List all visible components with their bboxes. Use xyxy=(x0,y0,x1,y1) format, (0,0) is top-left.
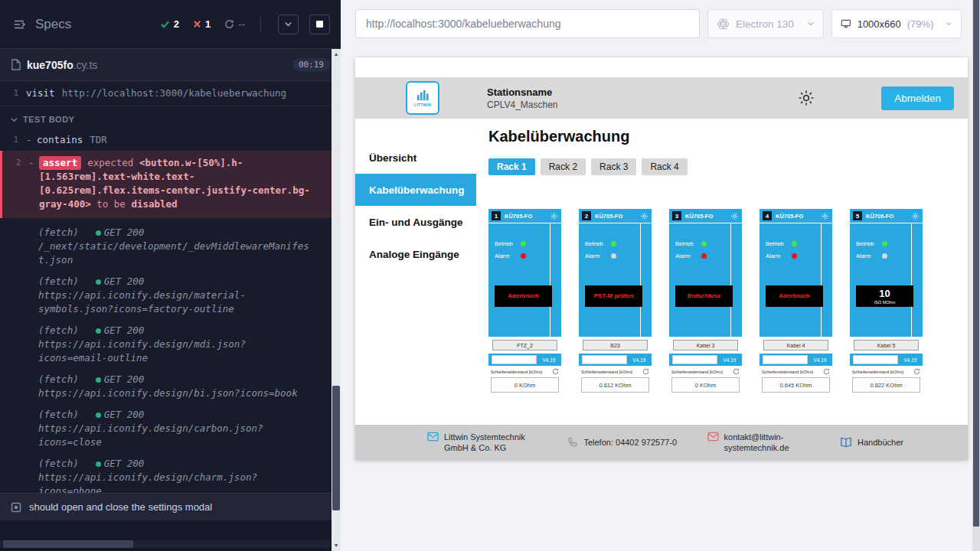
reload-icon[interactable] xyxy=(552,368,559,375)
betrieb-led xyxy=(611,241,616,246)
device-gear-icon[interactable] xyxy=(730,212,739,220)
network-log-entry[interactable]: (fetch)GET 200 https://api.iconify.desig… xyxy=(38,373,309,400)
status-ok-dot xyxy=(96,328,101,334)
tab-rack-2[interactable]: Rack 2 xyxy=(541,158,586,175)
littwin-logo: LITTWIN xyxy=(406,81,439,115)
reload-icon[interactable] xyxy=(642,368,649,375)
status-display: Aderbruch xyxy=(766,285,823,307)
book-icon xyxy=(840,437,852,448)
device-model: KÜ705-FO xyxy=(505,213,532,220)
resistance-value: 0.822 KOhm xyxy=(852,377,920,393)
failed-count: 1 xyxy=(193,18,211,30)
network-log-entry[interactable]: (fetch)GET 200 https://api.iconify.desig… xyxy=(38,408,309,449)
url-input[interactable] xyxy=(355,9,700,38)
cypress-runner-panel: Specs 2 1 -- kue705fo.c xyxy=(0,0,341,551)
viewport-size: 1000x660 xyxy=(858,18,901,30)
device-card: 5KÜ706-FO Betrieb Alarm 10ISO MOhm Kabel… xyxy=(850,209,923,425)
device-gear-icon[interactable] xyxy=(550,212,558,220)
device-gear-icon[interactable] xyxy=(821,212,829,220)
logo-icon xyxy=(416,90,430,102)
test-body-section-header[interactable]: TEST BODY xyxy=(0,106,341,131)
email-icon xyxy=(427,432,439,442)
resistance-value: 0.612 KOhm xyxy=(581,377,649,393)
device-card: 4KÜ705-FO Betrieb Alarm Aderbruch Kabel … xyxy=(760,209,832,425)
vertical-scroll-thumb[interactable] xyxy=(332,386,340,510)
specs-menu-icon[interactable] xyxy=(12,18,26,31)
reload-icon[interactable] xyxy=(823,368,830,375)
status-ok-dot xyxy=(96,412,101,418)
device-gear-icon[interactable] xyxy=(640,212,648,220)
device-card: 3KÜ705-FO Betrieb Alarm Erdschluss Kabel… xyxy=(669,209,742,425)
tab-rack-1[interactable]: Rack 1 xyxy=(488,158,535,175)
reload-icon[interactable] xyxy=(913,368,920,375)
next-test-bar[interactable]: should open and close the settings modal xyxy=(0,493,341,520)
check-icon xyxy=(160,19,170,29)
zoom-level: (79%) xyxy=(907,18,934,30)
reporter-bottom-strip xyxy=(0,520,341,551)
device-number: 4 xyxy=(763,211,772,220)
visit-command-row[interactable]: 1 visit http://localhost:3000/kabelueber… xyxy=(0,84,341,103)
footer-company[interactable]: Littwin Systemtechnik GmbH & Co. KG xyxy=(427,432,537,454)
device-number: 3 xyxy=(672,211,681,220)
sidebar-item-ein-und-ausgaenge[interactable]: Ein- und Ausgänge xyxy=(355,206,476,238)
device-model: KÜ705-FO xyxy=(776,213,803,220)
logout-button[interactable]: Abmelden xyxy=(881,86,954,110)
scroll-up-arrow[interactable]: ▲ xyxy=(332,49,341,60)
sidebar-item-analoge-eingaenge[interactable]: Analoge Eingänge xyxy=(355,238,476,270)
failed-assert-row[interactable]: 2 - assertexpected <button.w-[50%].h-[1.… xyxy=(0,151,341,218)
device-model: KÜ705-FO xyxy=(595,213,622,220)
network-log-entry[interactable]: (fetch)GET 200 /_next/static/development… xyxy=(38,226,309,267)
refresh-icon xyxy=(224,19,234,29)
status-display: Aderbruch xyxy=(495,285,552,307)
app-header: LITTWIN Stationsname CPLV4_Maschen Abmel… xyxy=(355,77,968,119)
cable-name: Kabel 4 xyxy=(763,340,828,350)
stop-icon xyxy=(316,21,323,28)
sidebar-item-uebersicht[interactable]: Übersicht xyxy=(355,142,476,174)
collapse-button[interactable] xyxy=(278,15,299,34)
email-icon xyxy=(707,432,719,442)
settings-gear-icon[interactable] xyxy=(797,89,815,107)
footer-email[interactable]: kontakt@littwin-systemtechnik.de xyxy=(707,432,810,454)
firmware-version: V4.19 xyxy=(537,354,561,366)
network-log-entry[interactable]: (fetch)GET 200 https://api.iconify.desig… xyxy=(38,275,309,316)
left-scrollbar[interactable]: ▲ ▼ xyxy=(332,49,341,551)
network-log-entry[interactable]: (fetch)GET 200 https://api.iconify.desig… xyxy=(38,457,309,493)
device-cards: 1KÜ705-FO Betrieb Alarm Aderbruch FTZ_2 … xyxy=(488,209,957,425)
tab-rack-3[interactable]: Rack 3 xyxy=(591,158,636,175)
resistance-value: 0 KOhm xyxy=(491,377,559,393)
viewport-size-selector[interactable]: 1000x660 (79%) xyxy=(831,9,962,38)
contains-command-row[interactable]: 1 - contains TDR xyxy=(0,131,341,149)
footer-manuals[interactable]: Handbücher xyxy=(840,437,903,448)
device-number: 1 xyxy=(492,211,501,220)
cable-field xyxy=(763,355,808,364)
betrieb-led xyxy=(792,241,797,246)
station-label: Stationsname xyxy=(487,86,558,98)
page-scroll-thumb[interactable] xyxy=(973,0,979,527)
sidebar-item-kabelueberwachung[interactable]: Kabelüberwachung xyxy=(355,174,476,206)
spec-file-bar[interactable]: kue705fo.cy.ts 00:19 xyxy=(0,49,341,81)
chevron-down-icon xyxy=(11,116,18,123)
status-ok-dot xyxy=(96,461,101,467)
cable-name: Kabel 5 xyxy=(854,340,919,350)
device-gear-icon[interactable] xyxy=(911,212,920,220)
app-footer: Littwin Systemtechnik GmbH & Co. KG Tele… xyxy=(355,425,968,460)
pending-count: -- xyxy=(224,18,245,30)
chevron-down-icon xyxy=(284,20,292,28)
scroll-down-arrow[interactable]: ▼ xyxy=(332,540,341,551)
cable-field xyxy=(853,355,898,364)
tab-rack-4[interactable]: Rack 4 xyxy=(642,158,687,175)
horizontal-scroll-thumb[interactable] xyxy=(3,540,133,548)
footer-phone[interactable]: Telefon: 04402 972577-0 xyxy=(567,437,677,448)
monitor-icon xyxy=(841,18,851,30)
chevron-down-icon xyxy=(946,20,952,28)
reload-icon[interactable] xyxy=(733,368,740,375)
cable-field xyxy=(672,355,717,364)
stop-button[interactable] xyxy=(309,15,330,34)
network-log-entry[interactable]: (fetch)GET 200 https://api.iconify.desig… xyxy=(38,324,309,365)
spec-name: kue705fo xyxy=(27,59,74,71)
cable-field xyxy=(492,355,537,364)
browser-selector[interactable]: Electron 130 xyxy=(707,9,824,38)
page-scrollbar[interactable] xyxy=(972,0,980,551)
specs-title[interactable]: Specs xyxy=(35,17,71,32)
reporter-horizontal-scrollbar[interactable] xyxy=(0,540,330,548)
